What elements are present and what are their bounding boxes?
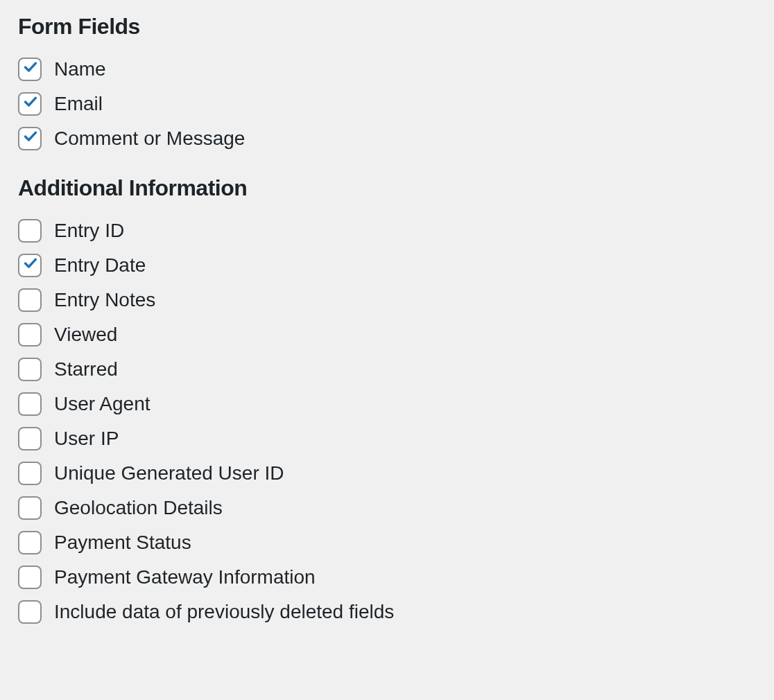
- checkbox-name[interactable]: [18, 58, 42, 81]
- checkbox-entry-id[interactable]: [18, 219, 42, 243]
- checkbox-payment-status[interactable]: [18, 531, 42, 554]
- check-label-entry-notes[interactable]: Entry Notes: [54, 288, 155, 312]
- check-label-viewed[interactable]: Viewed: [54, 323, 117, 347]
- checkbox-include-deleted-fields[interactable]: [18, 600, 42, 624]
- check-label-payment-status[interactable]: Payment Status: [54, 531, 191, 554]
- checkbox-entry-date[interactable]: [18, 254, 42, 277]
- check-row-geolocation-details: Geolocation Details: [18, 496, 756, 520]
- checkbox-unique-generated-user-id[interactable]: [18, 462, 42, 485]
- check-label-user-ip[interactable]: User IP: [54, 427, 119, 450]
- checkbox-viewed[interactable]: [18, 323, 42, 347]
- check-row-viewed: Viewed: [18, 323, 756, 347]
- check-row-starred: Starred: [18, 358, 756, 381]
- checkbox-entry-notes[interactable]: [18, 288, 42, 312]
- check-label-include-deleted-fields[interactable]: Include data of previously deleted field…: [54, 600, 394, 624]
- check-row-user-ip: User IP: [18, 427, 756, 450]
- check-row-entry-notes: Entry Notes: [18, 288, 756, 312]
- checkbox-comment-or-message[interactable]: [18, 127, 42, 150]
- check-row-entry-date: Entry Date: [18, 254, 756, 277]
- checklist-form-fields: NameEmailComment or Message: [18, 58, 756, 150]
- checkbox-email[interactable]: [18, 92, 42, 116]
- check-label-email[interactable]: Email: [54, 92, 103, 116]
- check-row-comment-or-message: Comment or Message: [18, 127, 756, 150]
- check-row-payment-gateway-information: Payment Gateway Information: [18, 566, 756, 589]
- check-label-name[interactable]: Name: [54, 58, 106, 81]
- check-row-unique-generated-user-id: Unique Generated User ID: [18, 462, 756, 485]
- check-label-entry-id[interactable]: Entry ID: [54, 219, 124, 243]
- check-row-user-agent: User Agent: [18, 392, 756, 416]
- check-label-starred[interactable]: Starred: [54, 358, 118, 381]
- check-row-entry-id: Entry ID: [18, 219, 756, 243]
- check-label-comment-or-message[interactable]: Comment or Message: [54, 127, 245, 150]
- check-row-payment-status: Payment Status: [18, 531, 756, 554]
- check-row-email: Email: [18, 92, 756, 116]
- check-label-payment-gateway-information[interactable]: Payment Gateway Information: [54, 566, 316, 589]
- checkbox-starred[interactable]: [18, 358, 42, 381]
- checkbox-payment-gateway-information[interactable]: [18, 566, 42, 589]
- section-heading-additional-information: Additional Information: [18, 175, 756, 201]
- checkbox-geolocation-details[interactable]: [18, 496, 42, 520]
- check-label-unique-generated-user-id[interactable]: Unique Generated User ID: [54, 462, 284, 485]
- check-row-name: Name: [18, 58, 756, 81]
- checkbox-user-ip[interactable]: [18, 427, 42, 450]
- check-row-include-deleted-fields: Include data of previously deleted field…: [18, 600, 756, 624]
- checklist-additional-information: Entry IDEntry DateEntry NotesViewedStarr…: [18, 219, 756, 624]
- check-label-geolocation-details[interactable]: Geolocation Details: [54, 496, 223, 520]
- checkbox-user-agent[interactable]: [18, 392, 42, 416]
- section-heading-form-fields: Form Fields: [18, 14, 756, 40]
- check-label-user-agent[interactable]: User Agent: [54, 392, 150, 416]
- check-label-entry-date[interactable]: Entry Date: [54, 254, 146, 277]
